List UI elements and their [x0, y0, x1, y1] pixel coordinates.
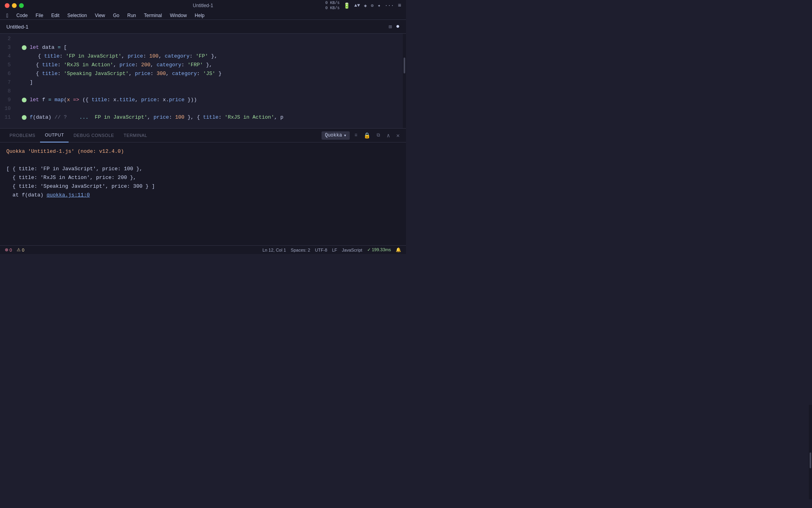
status-bar: ⊗ 0 ⚠ 0 Ln 12, Col 1 Spaces: 2 UTF-8 LF …	[0, 245, 406, 254]
system-status-area: 0 KB/s 0 KB/s 🔋 ▲▼ ◈ ⊙ ✦ ··· ≡	[325, 0, 401, 11]
line-num-7: 7	[0, 78, 17, 87]
error-count[interactable]: ⊗ 0	[5, 247, 12, 252]
maximize-button[interactable]	[19, 3, 24, 8]
editor-area: 2 3 4 5 6 7 8 9 10 11 let data = [	[0, 34, 406, 128]
code-line-10	[22, 104, 406, 113]
title-bar-left	[5, 3, 24, 8]
line-num-3: 3	[0, 43, 17, 52]
menu-file[interactable]: File	[33, 13, 46, 18]
copy-icon[interactable]: ⧉	[375, 132, 382, 139]
menu-window[interactable]: Window	[167, 13, 190, 18]
code-line-2	[22, 35, 406, 43]
menu-run[interactable]: Run	[124, 13, 139, 18]
siri-icon: ✦	[377, 2, 381, 9]
tab-bar: Untitled-1 ⊞ ●	[0, 20, 406, 34]
line-num-2: 2	[0, 35, 17, 43]
cursor-position[interactable]: Ln 12, Col 1	[262, 248, 286, 252]
close-button[interactable]	[5, 3, 10, 8]
error-icon: ⊗	[5, 247, 8, 252]
line-ending[interactable]: LF	[332, 248, 337, 252]
notification-icon[interactable]: 🔔	[396, 247, 401, 252]
clock-icon: ⊙	[371, 3, 373, 9]
code-editor[interactable]: let data = [ { title: 'FP in JavaScript'…	[22, 34, 406, 128]
indentation[interactable]: Spaces: 2	[291, 248, 310, 252]
line-num-10: 10	[0, 104, 17, 113]
encoding[interactable]: UTF-8	[315, 248, 327, 252]
app-window: Untitled-1 0 KB/s 0 KB/s 🔋 ▲▼ ◈ ⊙ ✦ ··· …	[0, 0, 406, 254]
line-num-11: 11	[0, 113, 17, 122]
apple-menu[interactable]: 	[3, 12, 11, 19]
error-number: 0	[10, 248, 12, 252]
quokka-timing: ✓ 199.33ms	[367, 247, 391, 252]
line-num-5: 5	[0, 61, 17, 69]
close-panel-icon[interactable]: ✕	[395, 131, 401, 140]
chevron-down-icon: ▾	[344, 133, 347, 139]
code-line-7: ]	[22, 78, 406, 87]
status-left: ⊗ 0 ⚠ 0	[5, 247, 24, 252]
clear-output-icon[interactable]: ≡	[353, 132, 359, 139]
menu-code[interactable]: Code	[13, 13, 31, 18]
output-source-dropdown[interactable]: Quokka ▾	[322, 131, 349, 140]
scrollbar-thumb	[404, 58, 405, 73]
active-tab-title[interactable]: Untitled-1	[6, 24, 29, 30]
warning-icon: ⚠	[17, 247, 21, 252]
menu-bar:  Code File Edit Selection View Go Run T…	[0, 11, 406, 20]
code-line-8	[22, 87, 406, 96]
more-icon: ···	[385, 3, 394, 9]
tab-bar-icons: ⊞ ●	[389, 23, 400, 30]
output-line-5: at f(data) quokka.js:11:0	[6, 191, 400, 200]
traffic-lights	[5, 3, 24, 8]
menu-go[interactable]: Go	[110, 13, 123, 18]
output-line-4: { title: 'Speaking JavaScript', price: 3…	[6, 182, 400, 191]
output-line-1: Quokka 'Untitled-1.js' (node: v12.4.0)	[6, 147, 400, 156]
panel-area: PROBLEMS OUTPUT DEBUG CONSOLE TERMINAL Q…	[0, 128, 406, 245]
line-num-6: 6	[0, 69, 17, 78]
lock-icon[interactable]: 🔒	[362, 131, 372, 140]
code-line-6: { title: 'Speaking JavaScript', price: 3…	[22, 69, 406, 78]
output-line-2: [ { title: 'FP in JavaScript', price: 10…	[6, 165, 400, 173]
list-icon: ≡	[398, 2, 401, 9]
line-num-4: 4	[0, 52, 17, 61]
wifi-icon: ▲▼	[354, 3, 360, 8]
code-line-9: let f = map(x => ({ title: x.title, pric…	[22, 96, 406, 104]
menu-edit[interactable]: Edit	[48, 13, 63, 18]
dot-icon: ●	[396, 23, 400, 30]
code-line-11: f(data) // ? ... FP in JavaScript', pric…	[22, 113, 406, 122]
line-numbers: 2 3 4 5 6 7 8 9 10 11	[0, 34, 22, 128]
vpn-icon: ◈	[364, 3, 367, 9]
chevron-up-icon[interactable]: ∧	[385, 131, 391, 140]
tab-debug-console[interactable]: DEBUG CONSOLE	[69, 129, 119, 142]
status-right: Ln 12, Col 1 Spaces: 2 UTF-8 LF JavaScri…	[262, 247, 401, 252]
tab-terminal[interactable]: TERMINAL	[119, 129, 152, 142]
network-speed: 0 KB/s 0 KB/s	[325, 0, 339, 11]
line-num-8: 8	[0, 87, 17, 96]
window-title: Untitled-1	[193, 3, 213, 8]
editor-scrollbar[interactable]	[403, 34, 406, 128]
panel-tab-right: Quokka ▾ ≡ 🔒 ⧉ ∧ ✕	[322, 131, 401, 140]
split-editor-icon[interactable]: ⊞	[389, 23, 392, 30]
title-bar: Untitled-1 0 KB/s 0 KB/s 🔋 ▲▼ ◈ ⊙ ✦ ··· …	[0, 0, 406, 11]
menu-terminal[interactable]: Terminal	[141, 13, 165, 18]
battery-icon: 🔋	[343, 2, 350, 9]
minimize-button[interactable]	[12, 3, 17, 8]
panel-tab-bar: PROBLEMS OUTPUT DEBUG CONSOLE TERMINAL Q…	[0, 129, 406, 142]
menu-view[interactable]: View	[92, 13, 108, 18]
line-num-9: 9	[0, 96, 17, 104]
tab-output[interactable]: OUTPUT	[40, 129, 69, 142]
warning-count[interactable]: ⚠ 0	[17, 247, 24, 252]
output-line-3: { title: 'RxJS in Action', price: 200 },	[6, 173, 400, 182]
language-mode[interactable]: JavaScript	[342, 248, 362, 252]
code-line-5: { title: 'RxJS in Action', price: 200, c…	[22, 61, 406, 69]
tab-problems[interactable]: PROBLEMS	[5, 129, 40, 142]
code-line-3: let data = [	[22, 43, 406, 52]
menu-selection[interactable]: Selection	[64, 13, 90, 18]
code-line-4: { title: 'FP in JavaScript', price: 100,…	[22, 52, 406, 61]
dropdown-label: Quokka	[325, 133, 342, 138]
warning-number: 0	[22, 248, 24, 252]
menu-help[interactable]: Help	[192, 13, 208, 18]
output-line-blank	[6, 156, 400, 165]
panel-output-content: Quokka 'Untitled-1.js' (node: v12.4.0) […	[0, 142, 406, 245]
quokka-link[interactable]: quokka.js:11:0	[46, 192, 90, 198]
